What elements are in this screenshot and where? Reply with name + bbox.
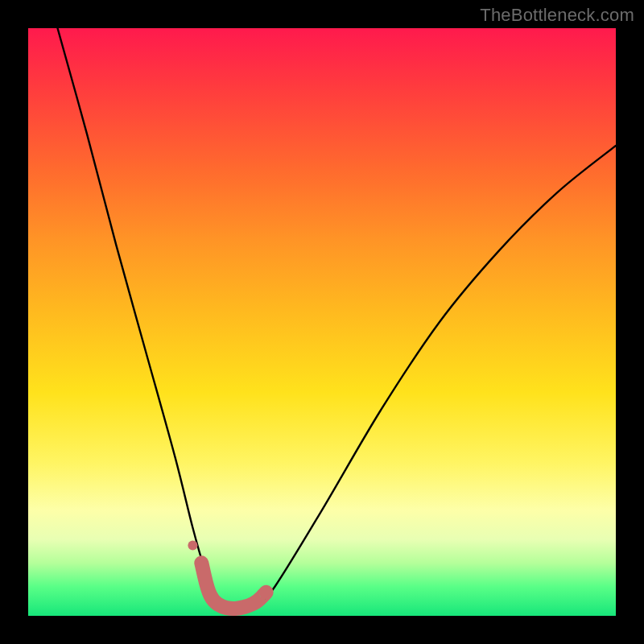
- bottom-highlight-path: [201, 563, 266, 609]
- curve-svg: [28, 28, 616, 616]
- bottleneck-curve: [58, 28, 617, 610]
- bottom-highlight: [201, 563, 266, 609]
- extra-marker-dot: [188, 540, 197, 550]
- watermark-text: TheBottleneck.com: [480, 5, 634, 26]
- plot-area: [28, 28, 616, 616]
- chart-frame: TheBottleneck.com: [0, 0, 644, 644]
